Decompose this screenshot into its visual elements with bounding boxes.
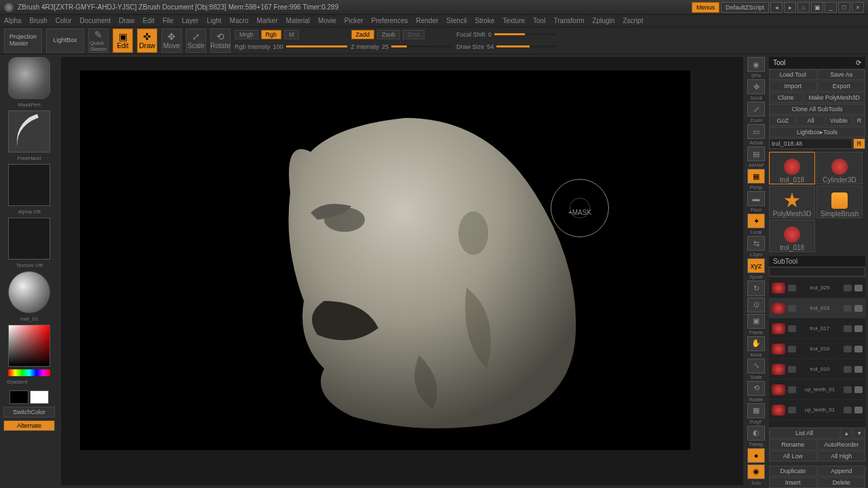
menu-material[interactable]: Material (286, 17, 311, 24)
subtool-item[interactable]: trol_010 (769, 339, 865, 359)
menu-document[interactable]: Document (80, 17, 111, 24)
lightbox-button[interactable]: LightBox (46, 28, 84, 53)
load-tool-button[interactable]: Load Tool (769, 69, 817, 80)
menu-texture[interactable]: Texture (502, 17, 525, 24)
alpha-picker[interactable] (8, 164, 50, 206)
tool-item-Cylinder3D[interactable]: Cylinder3D (816, 152, 863, 184)
menu-zplugin[interactable]: Zplugin (593, 17, 615, 24)
subtool-item[interactable]: trol_017 (769, 319, 865, 339)
menus-button[interactable]: Menus (692, 2, 719, 13)
draw-sliders[interactable]: Focal Shift 0 Draw Size 54 (456, 29, 557, 52)
make-polymesh-button[interactable]: Make PolyMesh3D (804, 92, 865, 103)
home-icon[interactable]: ⌂ (797, 2, 810, 13)
dock-Scroll[interactable]: ✥ (747, 79, 765, 94)
move-mode-button[interactable]: ✥Move (161, 28, 182, 53)
close-icon[interactable]: × (852, 2, 864, 13)
dock-Move[interactable]: ✋ (747, 336, 765, 351)
gradient-label[interactable]: Gradient (3, 379, 56, 385)
lightbox-tools-button[interactable]: Lightbox▸Tools (769, 127, 865, 138)
goz-all-button[interactable]: All (797, 115, 824, 126)
subtool-item[interactable]: up_teeth_01 (769, 400, 865, 420)
dock-Local[interactable]: ✦ (747, 214, 765, 228)
menu-tool[interactable]: Tool (533, 17, 545, 24)
color-picker[interactable] (8, 325, 50, 367)
subtool-topbar[interactable] (769, 267, 865, 277)
nav-prev-icon[interactable]: ◂ (770, 2, 783, 13)
brush-picker[interactable] (8, 57, 50, 99)
dock-Frame[interactable]: ▣ (747, 314, 765, 329)
hue-strip[interactable] (8, 369, 50, 376)
tool-item-trol_018[interactable]: trol_018 (769, 220, 815, 252)
quicksketch-button[interactable]: ✎Quick Sketch (88, 28, 108, 53)
dock-AAHalf[interactable]: ▤ (747, 146, 765, 161)
goz-button[interactable]: GoZ (769, 115, 796, 126)
arrow-up-icon[interactable]: ▴ (840, 428, 852, 439)
menu-stencil[interactable]: Stencil (446, 17, 467, 24)
dock-Solo[interactable]: ◉ (747, 464, 765, 479)
menu-preferences[interactable]: Preferences (372, 17, 408, 24)
menu-marker[interactable]: Marker (256, 17, 277, 24)
append-button[interactable]: Append (818, 466, 866, 476)
stroke-picker[interactable] (8, 110, 50, 152)
dock-Zoom[interactable]: ⤢ (747, 102, 765, 117)
menu-zscript[interactable]: Zscript (623, 17, 643, 24)
minimize-icon[interactable]: _ (825, 2, 837, 13)
mrgb-toggle[interactable]: Mrgb (235, 30, 258, 39)
projection-master-button[interactable]: Projection Master (4, 28, 42, 53)
menu-picker[interactable]: Picker (344, 17, 363, 24)
list-all-button[interactable]: List All (769, 428, 840, 439)
tool-item-PolyMesh3D[interactable]: PolyMesh3D (769, 186, 815, 218)
dock-Transp[interactable]: ◐ (747, 426, 765, 441)
rotate-mode-button[interactable]: ⟲Rotate (210, 28, 231, 53)
menu-render[interactable]: Render (416, 17, 439, 24)
rgb-intensity-slider[interactable]: Mrgb Rgb M Rgb Intensity 100 (235, 29, 347, 52)
save-as-button[interactable]: Save As (818, 69, 866, 80)
dock-LSym[interactable]: ⇆ (747, 236, 765, 251)
menu-macro[interactable]: Macro (230, 17, 249, 24)
duplicate-button[interactable]: Duplicate (769, 466, 817, 476)
z-intensity-slider[interactable]: Zadd Zsub Zcut Z Intensity 25 (351, 29, 453, 52)
texture-picker[interactable] (8, 218, 50, 260)
material-picker[interactable] (8, 271, 50, 313)
clone-all-button[interactable]: Clone All SubTools (769, 104, 865, 115)
dock-btn10[interactable]: ↻ (747, 281, 765, 296)
refresh-icon[interactable]: ⟳ (856, 59, 861, 66)
all-low-button[interactable]: All Low (769, 451, 817, 462)
maximize-icon[interactable]: □ (838, 2, 850, 13)
draw-mode-button[interactable]: ✜Draw (137, 28, 157, 53)
swatch-secondary[interactable] (9, 390, 28, 404)
dock-Rotate[interactable]: ⟲ (747, 381, 765, 396)
menu-light[interactable]: Light (207, 17, 222, 24)
dock-SPix[interactable]: ◉ (747, 57, 765, 72)
dock-Floor[interactable]: ▬ (747, 191, 765, 206)
default-script-button[interactable]: DefaultZScript (721, 2, 769, 13)
menu-brush[interactable]: Brush (30, 17, 47, 24)
edit-mode-button[interactable]: ▣Edit (113, 28, 133, 53)
zsub-toggle[interactable]: Zsub (377, 30, 400, 39)
dock-Scale[interactable]: ⤡ (747, 359, 765, 373)
dock-Persp[interactable]: ▦ (747, 169, 765, 184)
menu-stroke[interactable]: Stroke (475, 17, 494, 24)
menu-layer[interactable]: Layer (182, 17, 199, 24)
switchcolor-button[interactable]: SwitchColor (3, 407, 55, 418)
nav-next-icon[interactable]: ▸ (784, 2, 796, 13)
subtool-item[interactable]: trol_018 (769, 298, 865, 319)
dock-btn18[interactable]: ● (747, 448, 765, 463)
subtool-item[interactable]: trol_010 (769, 359, 865, 380)
window-icon[interactable]: ▣ (811, 2, 823, 13)
clone-button[interactable]: Clone (769, 92, 803, 103)
zcut-toggle[interactable]: Zcut (403, 30, 425, 39)
menu-draw[interactable]: Draw (119, 17, 134, 24)
rename-button[interactable]: Rename (769, 439, 817, 450)
menu-color[interactable]: Color (56, 17, 72, 24)
menu-transform[interactable]: Transform (553, 17, 584, 24)
tool-header[interactable]: Tool⟳ (769, 57, 865, 68)
all-high-button[interactable]: All High (818, 451, 866, 462)
import-button[interactable]: Import (769, 81, 817, 92)
menu-file[interactable]: File (163, 17, 174, 24)
scale-mode-button[interactable]: ⤢Scale (186, 28, 206, 53)
tool-r-button[interactable]: R (853, 138, 865, 149)
export-button[interactable]: Export (818, 81, 866, 92)
tool-item-trol_018[interactable]: trol_018 (769, 152, 815, 184)
m-toggle[interactable]: M (284, 30, 299, 39)
